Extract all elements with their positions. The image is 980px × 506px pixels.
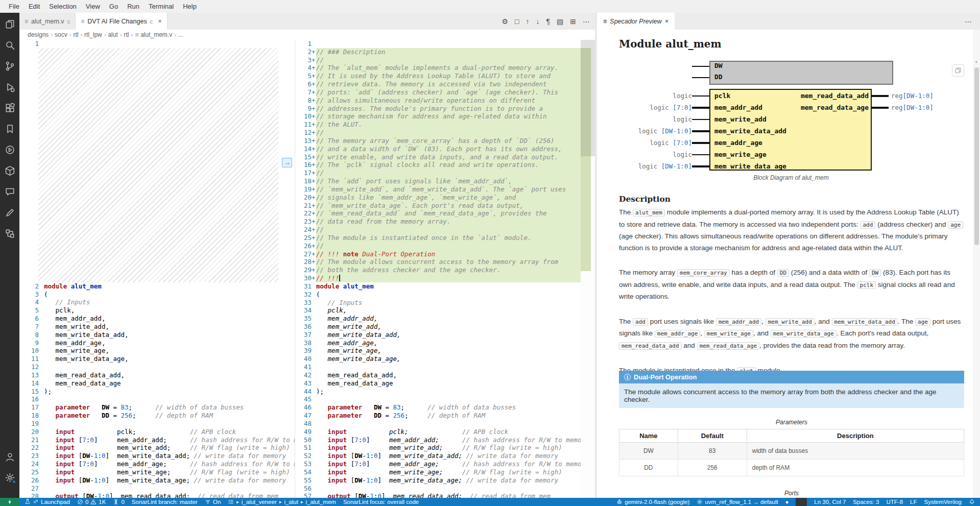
menu-terminal[interactable]: Terminal bbox=[144, 0, 178, 13]
code-line-7[interactable]: 7+// ports: `add` (address checker) and … bbox=[295, 88, 581, 97]
bookmarks-icon[interactable] bbox=[4, 123, 16, 135]
menu-run[interactable]: Run bbox=[123, 0, 144, 13]
code-line-25[interactable]: 25 input mem_write_age; // R/W flag (wri… bbox=[19, 468, 295, 476]
code-line-8[interactable]: 8+// allows simultaneous read/write oper… bbox=[295, 97, 581, 105]
code-line-18[interactable]: 18+// The `add` port uses signals like `… bbox=[295, 177, 581, 185]
code-line-5[interactable]: 5 pclk, bbox=[19, 306, 295, 315]
code-line-6[interactable]: 6+// retrieve data. The memory is access… bbox=[295, 80, 581, 88]
more-actions-icon[interactable]: ⋯ bbox=[583, 17, 590, 26]
code-line-52[interactable]: 52 input [DW-1:0] mem_write_data_add; //… bbox=[295, 452, 581, 460]
breadcrumb-item[interactable]: alut bbox=[108, 31, 117, 38]
code-line-9[interactable]: 9+// addresses. The module's primary fun… bbox=[295, 105, 581, 113]
code-line-20[interactable]: 20 input pclk; // APB clock bbox=[19, 428, 295, 436]
code-line-4[interactable]: 4+// The `alut_mem` module implements a … bbox=[295, 64, 581, 72]
more-actions-icon[interactable]: ⋯ bbox=[965, 13, 980, 30]
scrollbar-thumb[interactable] bbox=[581, 40, 595, 156]
layout-icon[interactable]: □ bbox=[515, 17, 519, 26]
code-line-25[interactable]: 25+// The module is instantiated once in… bbox=[295, 234, 581, 242]
package-icon[interactable] bbox=[4, 164, 16, 177]
code-line-19[interactable]: 19 bbox=[19, 420, 295, 428]
remote-indicator[interactable] bbox=[0, 498, 19, 506]
code-line-5[interactable]: 5+// It is used by the Address Lookup Ta… bbox=[295, 72, 581, 80]
code-line-3[interactable]: 3( bbox=[19, 291, 295, 299]
code-line-14[interactable]: 14 mem_read_data_age bbox=[19, 379, 295, 388]
code-line-14[interactable]: 14+// and a data width of `DW` (83). Eac… bbox=[295, 145, 581, 153]
status-filter-on[interactable]: On bbox=[205, 499, 221, 505]
account-icon[interactable] bbox=[4, 451, 16, 463]
code-line-19[interactable]: 19+// `mem_write_add`, and `mem_write_da… bbox=[295, 185, 581, 194]
code-line-50[interactable]: 50 input [7:0] mem_addr_add; // hash add… bbox=[295, 436, 581, 444]
tab-alut-mem-v[interactable]: ≡alut_mem.vc bbox=[19, 13, 76, 30]
menu-file[interactable]: File bbox=[4, 0, 24, 13]
code-line-2[interactable]: 2module alut_mem bbox=[19, 282, 295, 291]
code-line-21[interactable]: 21+// `mem_write_data_age`. Each port's … bbox=[295, 202, 581, 210]
code-line-43[interactable]: 43 mem_read_data_age bbox=[295, 379, 581, 388]
status-launchpad[interactable]: Launchpad bbox=[25, 498, 70, 505]
code-line-55[interactable]: 55 input [DW-1:0] mem_write_data_age; //… bbox=[295, 476, 581, 485]
code-line-39[interactable]: 39 mem_write_age, bbox=[295, 347, 581, 355]
code-line-30[interactable]: 30+// !!! bbox=[295, 274, 581, 282]
code-line-11[interactable]: 11 mem_write_data_age, bbox=[19, 355, 295, 363]
status-scope-breadcrumb[interactable]: ▸i_alut_veneer▸i_alut▸i_alut_mem bbox=[228, 499, 336, 505]
code-line-23[interactable]: 23 input [DW-1:0] mem_write_data_add; //… bbox=[19, 452, 295, 460]
code-line-51[interactable]: 51 input mem_write_add; // R/W flag (wri… bbox=[295, 444, 581, 452]
code-line-23[interactable]: 23+// data read from the memory array. bbox=[295, 218, 581, 226]
overview-ruler[interactable] bbox=[581, 40, 595, 498]
code-line-15[interactable]: 15+// write enable, and write data input… bbox=[295, 153, 581, 161]
code-line-11[interactable]: 11+// the ALUT. bbox=[295, 121, 581, 129]
code-line-26[interactable]: 26 input [DW-1:0] mem_write_data_age; //… bbox=[19, 476, 295, 485]
code-line-28[interactable]: 28+// The module allows concurrent acces… bbox=[295, 258, 581, 266]
diff-modified-editor[interactable]: 12+// ### Description3+//4+// The `alut_… bbox=[295, 40, 581, 498]
code-line-53[interactable]: 53 input [7:0] mem_addr_age; // hash add… bbox=[295, 460, 581, 468]
code-line-12[interactable]: 12 bbox=[19, 363, 295, 371]
breadcrumb-item[interactable]: rtl bbox=[73, 31, 78, 38]
extensions-icon[interactable] bbox=[4, 102, 16, 114]
code-line-10[interactable]: 10 mem_write_age, bbox=[19, 347, 295, 355]
diagram-icon[interactable] bbox=[4, 227, 16, 239]
code-line-45[interactable]: 45 bbox=[295, 395, 581, 403]
breadcrumb-item[interactable]: rtl bbox=[124, 31, 129, 38]
code-line-17[interactable]: 17+// bbox=[295, 169, 581, 177]
code-line-13[interactable]: 13 mem_read_data_add, bbox=[19, 371, 295, 379]
menu-edit[interactable]: Edit bbox=[24, 0, 44, 13]
code-line-38[interactable]: 38 mem_addr_age, bbox=[295, 339, 581, 347]
code-line-2[interactable]: 2+// ### Description bbox=[295, 48, 581, 56]
code-line-3[interactable]: 3+// bbox=[295, 56, 581, 64]
code-line-57[interactable]: 57 output [DW-1:0] mem_read_data_add; //… bbox=[295, 492, 581, 498]
scroll-up-icon[interactable]: ▲ bbox=[974, 59, 978, 64]
code-line-41[interactable]: 41 bbox=[295, 363, 581, 371]
settings-icon[interactable]: ⚙ bbox=[501, 17, 508, 26]
status-indentation[interactable]: Spaces: 3 bbox=[853, 499, 879, 505]
code-line-54[interactable]: 54 input mem_write_age; // R/W flag (wri… bbox=[295, 468, 581, 476]
status-status-dot[interactable]: ● bbox=[785, 499, 789, 505]
play-circle-icon[interactable] bbox=[4, 143, 16, 156]
comments-icon[interactable] bbox=[4, 185, 16, 198]
status-flow-selector[interactable]: uvm_ref_flow_1.1 → default bbox=[697, 499, 778, 505]
split-editor-icon[interactable]: ⊞ bbox=[570, 17, 576, 26]
diff-original-editor[interactable]: 12module alut_mem3(4 // Inputs5 pclk,6 m… bbox=[19, 40, 295, 498]
scrollbar-thumb[interactable] bbox=[974, 67, 979, 245]
code-line-22[interactable]: 22 input mem_write_add; // R/W flag (wri… bbox=[19, 444, 295, 452]
code-line-36[interactable]: 36 mem_write_add, bbox=[295, 323, 581, 331]
code-line-16[interactable]: 16+// The `pclk` signal clocks all read … bbox=[295, 161, 581, 169]
code-line-33[interactable]: 33 // Inputs bbox=[295, 299, 581, 307]
code-line-29[interactable]: 29+// both the address checker and the a… bbox=[295, 266, 581, 274]
code-line-13[interactable]: 13+// The memory array `mem_core_array` … bbox=[295, 137, 581, 145]
code-line-1[interactable]: 1 bbox=[295, 40, 581, 48]
search-icon[interactable] bbox=[4, 39, 16, 51]
previous-change-icon[interactable]: ↑ bbox=[526, 17, 530, 26]
status-problems[interactable]: 01K bbox=[77, 499, 106, 505]
next-change-icon[interactable]: ↓ bbox=[536, 17, 540, 26]
menu-view[interactable]: View bbox=[81, 0, 105, 13]
code-line-28[interactable]: 28 output [DW-1:0] mem_read_data_add; //… bbox=[19, 492, 295, 498]
menu-go[interactable]: Go bbox=[105, 0, 123, 13]
explorer-icon[interactable] bbox=[4, 18, 16, 30]
breadcrumb-item-file[interactable]: alut_mem.v bbox=[140, 31, 172, 38]
status-ai-model[interactable]: gemini-2.0-flash (google) bbox=[616, 499, 689, 505]
code-line-22[interactable]: 22+// `mem_read_data_add` and `mem_read_… bbox=[295, 209, 581, 218]
code-line-21[interactable]: 21 input [7:0] mem_addr_add; // hash add… bbox=[19, 436, 295, 444]
close-icon[interactable]: × bbox=[665, 18, 668, 25]
code-line-26[interactable]: 26+// bbox=[295, 242, 581, 250]
copy-icon[interactable] bbox=[952, 64, 964, 77]
status-cursor-position[interactable]: Ln 30, Col 7 bbox=[814, 499, 846, 505]
